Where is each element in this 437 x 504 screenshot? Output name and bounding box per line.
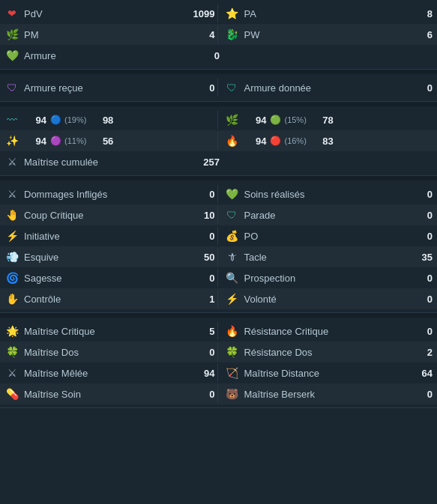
stat-icon: 💚 [4,48,19,63]
stat-sub-icon: 🔵 [49,113,62,127]
section-armor: 🛡Armure reçue0🛡Armure donnée0 [0,74,437,102]
section-resistance: 〰94🔵(19%)98🌿94🟢(15%)78✨94🟣(11%)56🔥94🔴(16… [0,106,437,176]
stat-icon: ❤ [4,6,19,21]
section-basic: ❤PdV1099⭐PA8🌿PM4🐉PW6💚Armure0 [0,0,437,70]
table-row: 💊Maîtrise Soin0🐻Maîtrise Berserk0 [0,383,437,404]
stat-value: 0 [192,389,214,400]
stat-value-base: 94 [24,136,46,147]
stat-value: 0 [410,189,433,200]
stat-value-base: 94 [244,115,266,126]
stat-value: 0 [192,82,214,94]
stat-label: PdV [24,8,192,19]
table-row: 🌿PM4🐉PW6 [0,24,437,45]
stat-value: 5 [192,326,214,337]
stat-icon: 🍀 [4,344,19,359]
stat-value: 6 [410,29,433,40]
stat-label: Maîtrise Dos [24,347,192,358]
stat-label: Parade [244,210,410,221]
table-row: ⚔Dommages Infligés0💚Soins réalisés0 [0,183,437,204]
stat-label: Sagesse [24,273,192,284]
stat-value: 0 [192,231,214,242]
stat-value: 50 [192,252,214,263]
stat-value-mod: 56 [91,136,113,147]
stat-label: PM [24,29,192,40]
table-row: ⚔Maîtrise cumulée257 [0,151,437,172]
stat-icon: 💚 [224,186,239,201]
stat-value-mod: 98 [91,115,113,126]
stat-label: Prospection [244,273,410,284]
stat-icon: 🔍 [224,270,239,285]
stat-value: 0 [192,347,214,358]
stat-label: PA [244,8,410,19]
stat-value-mod: 83 [311,136,334,147]
stat-value-base: 94 [244,136,266,147]
stat-icon: 🍀 [224,344,239,359]
stat-label: Coup Critique [24,210,192,221]
table-row: ✨94🟣(11%)56🔥94🔴(16%)83 [0,130,437,151]
stat-label: PW [244,29,410,40]
stat-label: Maîtrise Mêlée [24,368,192,379]
stat-icon: 🐻 [224,386,239,401]
table-row: 💨Esquive50🗡Tacle35 [0,246,437,267]
table-row: ❤PdV1099⭐PA8 [0,3,437,24]
table-row: 🤚Coup Critique10🛡Parade0 [0,204,437,225]
stat-label: Contrôle [24,294,192,305]
stat-label: Armure donnée [244,82,410,94]
table-row: 🛡Armure reçue0🛡Armure donnée0 [0,77,437,98]
stat-icon: 〰 [4,112,19,127]
stat-label: Résistance Dos [244,347,410,358]
stat-icon: 🤚 [4,207,19,222]
stat-label: Esquive [24,252,192,263]
stat-icon: 🏹 [224,365,239,380]
stat-label: Initiative [24,231,192,242]
stat-icon: 🐉 [224,27,239,42]
stat-icon: ⚔ [4,365,19,380]
stat-value: 0 [410,273,433,284]
stat-value: 64 [410,368,433,379]
stat-value: 0 [410,326,433,337]
table-row: 💚Armure0 [0,45,437,66]
stat-sub-icon: 🟢 [268,113,282,127]
stats-panel: ❤PdV1099⭐PA8🌿PM4🐉PW6💚Armure0🛡Armure reçu… [0,0,437,408]
stat-icon: 🌟 [4,324,19,338]
stat-icon: ✋ [4,291,19,306]
stat-icon: 🔥 [224,324,239,338]
section-combat: ⚔Dommages Infligés0💚Soins réalisés0🤚Coup… [0,180,437,313]
stat-value: 0 [410,82,433,94]
stat-label: Soins réalisés [244,189,410,200]
stat-icon: 💨 [4,249,19,264]
stat-label: Armure [24,50,197,61]
stat-icon: 🌿 [4,27,19,42]
stat-value: 8 [410,8,433,19]
table-row: 🌟Maîtrise Critique5🔥Résistance Critique0 [0,321,437,341]
table-row: 〰94🔵(19%)98🌿94🟢(15%)78 [0,109,437,130]
stat-label: Volonté [244,294,410,305]
stat-label: Tacle [244,252,410,263]
stat-icon: 🗡 [224,249,239,264]
stat-percent: (16%) [284,136,306,145]
table-row: 🌀Sagesse0🔍Prospection0 [0,267,437,288]
stat-value: 35 [410,252,433,263]
stat-icon: 💰 [224,228,239,243]
stat-icon: ⚔ [4,186,19,201]
section-mastery: 🌟Maîtrise Critique5🔥Résistance Critique0… [0,318,437,408]
stat-label: Dommages Infligés [24,189,192,200]
stat-value: 2 [410,347,433,358]
stat-label: Résistance Critique [244,326,410,337]
stat-value: 0 [192,273,214,284]
stat-icon: 🔥 [224,133,239,148]
stat-icon: ✨ [4,133,19,148]
table-row: ✋Contrôle1⚡Volonté0 [0,288,437,309]
stat-sub-icon: 🟣 [49,134,62,148]
stat-icon: 🛡 [4,80,19,95]
stat-value: 0 [192,189,214,200]
stat-icon: ⚡ [4,228,19,243]
stat-sub-icon: 🔴 [268,134,282,148]
stat-value-mod: 78 [311,115,334,126]
stat-icon: ⚡ [224,291,239,306]
stat-percent: (15%) [284,115,306,124]
stat-label: Maîtrise cumulée [24,157,197,168]
stat-value: 10 [192,210,214,221]
table-row: ⚡Initiative0💰PO0 [0,225,437,246]
stat-percent: (19%) [64,115,86,124]
